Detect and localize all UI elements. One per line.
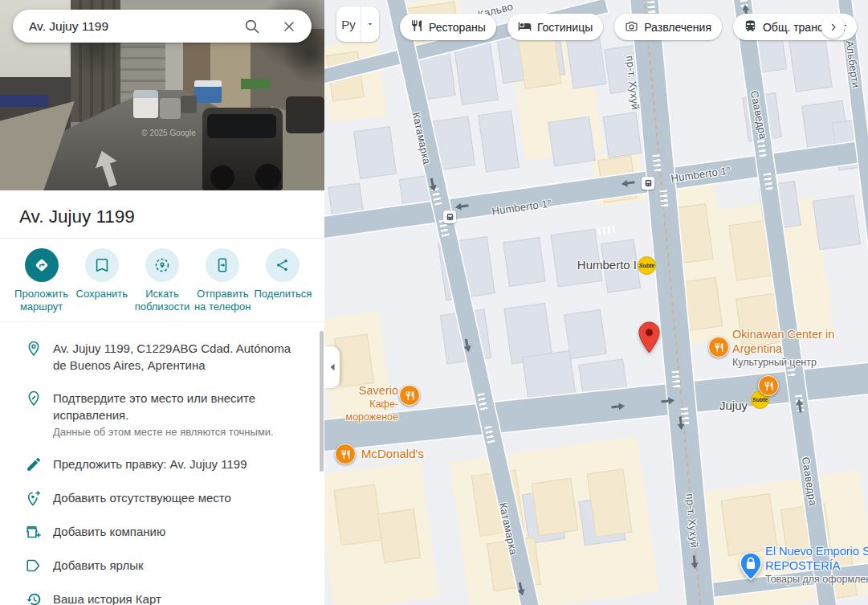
poi-label[interactable]: El Nuevo Emporio SA, REPOSTERÍA Товары д…	[765, 544, 868, 586]
more-chips-button[interactable]	[821, 15, 845, 39]
add-label-row[interactable]: Добавить ярлык	[0, 549, 324, 583]
crosswalk	[672, 370, 681, 389]
photo-element	[160, 98, 181, 119]
verify-place-note: Данные об этом месте не являются точными…	[53, 424, 305, 439]
crosswalk	[597, 226, 616, 235]
map-language-label: Ру	[336, 6, 361, 42]
action-label: Отправить на телефон	[193, 288, 253, 313]
poi-sub: Кафе-мороженое	[324, 398, 398, 423]
poi-name: McDonald's	[361, 447, 424, 461]
poi-sub: Товары для оформления	[765, 573, 868, 586]
add-business-row[interactable]: Добавить компанию	[0, 515, 324, 549]
action-buttons-row: Проложить маршрут Сохранить Искать побли…	[0, 239, 324, 322]
add-place-text: Добавить отсутствующее место	[53, 489, 231, 506]
edit-icon	[25, 456, 43, 473]
search-input[interactable]: Av. Jujuy 1199	[13, 19, 242, 34]
action-label: Сохранить	[71, 288, 132, 300]
road-arrow	[691, 555, 702, 570]
search-icon[interactable]	[242, 17, 262, 36]
road-arrow	[620, 179, 635, 190]
poi-restaurant-icon[interactable]	[335, 444, 356, 464]
poi-restaurant-icon[interactable]	[399, 385, 420, 406]
road-arrow	[793, 398, 804, 413]
map-building	[564, 309, 606, 359]
chip-restaurants[interactable]: Рестораны	[400, 14, 496, 40]
subte-logo: Subte	[752, 397, 768, 403]
station-label: Humberto I	[577, 258, 637, 272]
address-text: Av. Jujuy 1199, C1229ABG Cdad. Autónoma …	[53, 340, 305, 374]
subte-station-icon[interactable]: Subte	[638, 256, 656, 275]
photo-element	[133, 90, 158, 118]
directions-icon	[25, 248, 59, 282]
add-label-text: Добавить ярлык	[53, 557, 144, 574]
suggest-edit-row[interactable]: Предложить правку: Av. Jujuy 1199	[0, 448, 324, 481]
add-place-icon	[25, 489, 43, 507]
chip-label: Гостиницы	[537, 21, 593, 34]
map-building	[548, 117, 595, 167]
place-header: Av. Jujuy 1199	[0, 190, 324, 239]
place-title: Av. Jujuy 1199	[19, 206, 305, 227]
poi-restaurant-icon[interactable]	[758, 375, 779, 396]
map-building	[532, 478, 579, 536]
sidebar-scrollbar[interactable]	[320, 331, 324, 472]
map-building	[353, 126, 397, 179]
history-icon	[25, 591, 43, 605]
close-icon[interactable]	[279, 17, 299, 36]
poi-sub: Культурный центр	[732, 356, 842, 369]
red-location-pin[interactable]	[638, 321, 660, 357]
bus-stop-icon[interactable]	[642, 177, 654, 190]
photo-watermark: © 2025 Google	[120, 129, 217, 137]
map-building	[333, 484, 382, 546]
map-building	[503, 237, 545, 287]
search-nearby-icon	[145, 248, 179, 282]
search-bar[interactable]: Av. Jujuy 1199	[13, 10, 312, 43]
poi-label[interactable]: Okinawan Center in Argentina Культурный …	[732, 327, 842, 369]
photo-element	[210, 166, 234, 190]
crosswalk	[660, 190, 669, 208]
subte-logo: Subte	[639, 263, 654, 268]
poi-shopping-pin[interactable]	[740, 552, 762, 584]
chip-hotels[interactable]: Гостиницы	[507, 14, 603, 40]
directions-button[interactable]: Проложить маршрут	[11, 248, 71, 313]
map-building	[377, 509, 421, 563]
verify-place-row[interactable]: Подтвердите это место или внесите исправ…	[0, 382, 324, 448]
bookmark-icon	[85, 248, 119, 282]
action-label: Поделиться	[253, 288, 313, 300]
chevron-down-icon[interactable]	[361, 6, 379, 42]
map-canvas[interactable]: Кальво Humberto 1° Humberto 1° Катамарка…	[324, 0, 868, 605]
save-button[interactable]: Сохранить	[71, 248, 132, 313]
map-building	[334, 333, 374, 387]
place-panel: © 2025 Google Av. Jujuy 1199 Av. Jujuy 1…	[0, 0, 324, 605]
chip-entertainment[interactable]: Развлечения	[614, 14, 722, 40]
poi-label[interactable]: Saverio Кафе-мороженое	[324, 383, 398, 423]
hotel-icon	[518, 19, 532, 35]
maps-history-row[interactable]: Ваша история Карт	[0, 583, 324, 605]
road-arrow	[660, 394, 675, 405]
photo-element	[181, 96, 197, 113]
poi-restaurant-icon[interactable]	[708, 337, 729, 358]
category-chips: Рестораны Гостиницы Развлечения Общ. тра…	[400, 14, 857, 40]
poi-label[interactable]: McDonald's	[361, 447, 424, 461]
map-building	[813, 195, 861, 251]
camera-icon	[625, 19, 638, 35]
google-maps-app: © 2025 Google Av. Jujuy 1199 Av. Jujuy 1…	[0, 0, 868, 605]
verify-place-text: Подтвердите это место или внесите исправ…	[53, 390, 305, 423]
search-nearby-button[interactable]: Искать поблизости	[132, 248, 192, 313]
add-place-row[interactable]: Добавить отсутствующее место	[0, 481, 324, 515]
collapse-panel-button[interactable]	[324, 346, 340, 388]
restaurant-icon	[410, 19, 423, 35]
map-language-button[interactable]: Ру	[336, 6, 379, 42]
map-building	[454, 43, 499, 105]
location-pin-icon	[25, 340, 43, 358]
address-row[interactable]: Av. Jujuy 1199, C1229ABG Cdad. Autónoma …	[0, 332, 324, 382]
road-arrow	[610, 399, 626, 411]
poi-name: Okinawan Center in Argentina	[732, 327, 842, 356]
station-label: Jujuy	[719, 399, 748, 412]
map-building	[603, 112, 642, 157]
verify-place-icon	[25, 390, 43, 407]
add-business-icon	[25, 523, 43, 541]
bus-stop-icon[interactable]	[443, 211, 456, 223]
road-arrow	[677, 416, 688, 431]
send-to-phone-button[interactable]: Отправить на телефон	[193, 248, 253, 313]
share-button[interactable]: Поделиться	[253, 248, 313, 313]
